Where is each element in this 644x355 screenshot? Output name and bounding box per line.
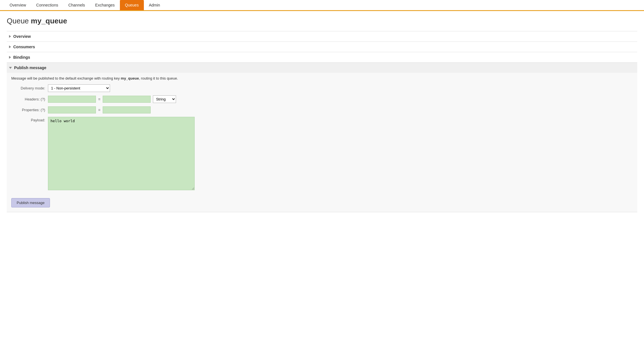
section-publish-message: Publish message Message will be publishe…	[7, 62, 637, 212]
publish-message-button[interactable]: Publish message	[11, 198, 50, 207]
chevron-right-icon	[9, 56, 11, 59]
main-content: Queue my_queue Overview Consumers Bindin…	[0, 11, 644, 218]
section-consumers-header[interactable]: Consumers	[7, 42, 637, 52]
properties-row: Properties: (?) =	[11, 106, 633, 113]
publish-info-text: Message will be published to the default…	[11, 76, 633, 80]
page-title: Queue my_queue	[7, 17, 637, 25]
nav-connections[interactable]: Connections	[31, 0, 63, 10]
section-publish-header[interactable]: Publish message	[7, 63, 637, 73]
section-bindings-label: Bindings	[13, 55, 30, 60]
headers-key-input[interactable]	[48, 96, 96, 103]
delivery-mode-select[interactable]: 1 - Non-persistent 2 - Persistent	[48, 84, 110, 92]
nav-exchanges[interactable]: Exchanges	[90, 0, 120, 10]
section-overview-header[interactable]: Overview	[7, 31, 637, 41]
top-nav: Overview Connections Channels Exchanges …	[0, 0, 644, 11]
nav-channels[interactable]: Channels	[63, 0, 90, 10]
nav-overview[interactable]: Overview	[5, 0, 31, 10]
properties-label: Properties: (?)	[11, 108, 48, 112]
properties-key-input[interactable]	[48, 106, 96, 113]
headers-row: Headers: (?) = String Number Boolean	[11, 95, 633, 103]
section-consumers-label: Consumers	[13, 45, 35, 49]
properties-val-input[interactable]	[103, 106, 151, 113]
headers-val-input[interactable]	[103, 96, 151, 103]
nav-admin[interactable]: Admin	[144, 0, 165, 10]
headers-eq-sign: =	[98, 97, 100, 102]
nav-queues[interactable]: Queues	[120, 0, 144, 10]
section-bindings: Bindings	[7, 52, 637, 62]
section-consumers: Consumers	[7, 41, 637, 52]
delivery-mode-row: Delivery mode: 1 - Non-persistent 2 - Pe…	[11, 84, 633, 92]
publish-form-body: Message will be published to the default…	[7, 73, 637, 212]
payload-textarea[interactable]: hello world	[48, 117, 195, 190]
chevron-down-icon	[9, 67, 12, 69]
chevron-right-icon	[9, 45, 11, 48]
section-overview-label: Overview	[13, 34, 31, 39]
properties-eq-sign: =	[98, 108, 100, 112]
chevron-right-icon	[9, 35, 11, 38]
delivery-mode-label: Delivery mode:	[11, 86, 48, 90]
headers-type-select[interactable]: String Number Boolean	[153, 95, 176, 103]
section-bindings-header[interactable]: Bindings	[7, 52, 637, 62]
headers-label: Headers: (?)	[11, 97, 48, 101]
section-overview: Overview	[7, 31, 637, 41]
payload-row: Payload: hello world	[11, 117, 633, 190]
section-publish-label: Publish message	[14, 65, 46, 70]
payload-label: Payload:	[11, 117, 48, 122]
